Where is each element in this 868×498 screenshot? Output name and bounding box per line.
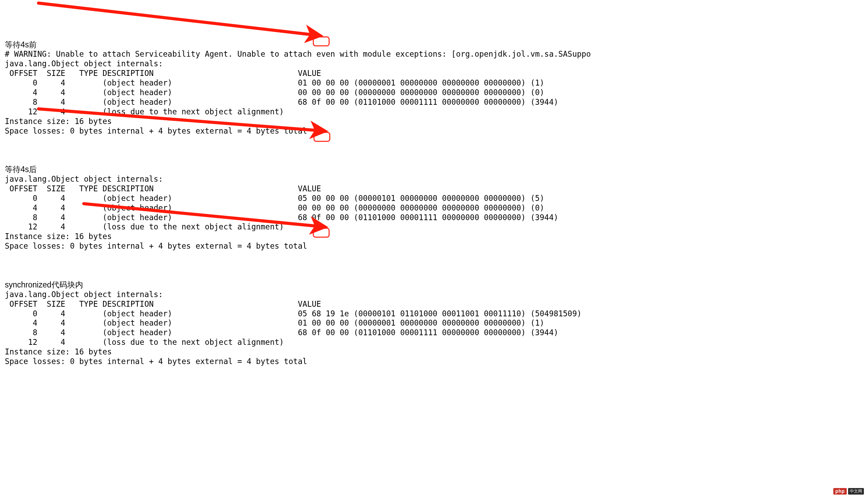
watermark-php: php	[833, 488, 847, 495]
table-header: OFFSET SIZE TYPE DESCRIPTION VALUE	[5, 184, 321, 193]
table-row: 0 4 (object header) 01 00 00 00 (0000000…	[5, 78, 544, 87]
blank-line	[5, 261, 863, 270]
section-title: 等待4s前	[5, 40, 37, 49]
table-row: 0 4 (object header) 05 68 19 1e (0000010…	[5, 309, 582, 318]
internals-line: java.lang.Object object internals:	[5, 59, 163, 68]
space-losses: Space losses: 0 bytes internal + 4 bytes…	[5, 357, 307, 366]
table-row: 12 4 (loss due to the next object alignm…	[5, 107, 284, 116]
output-section-1: 等待4s前 # WARNING: Unable to attach Servic…	[5, 40, 863, 136]
section-title: 等待4s后	[5, 165, 37, 174]
table-row: 12 4 (loss due to the next object alignm…	[5, 222, 284, 231]
table-row: 8 4 (object header) 68 0f 00 00 (0110100…	[5, 328, 558, 337]
arrow-annotation	[38, 3, 318, 35]
table-row: 4 4 (object header) 01 00 00 00 (0000000…	[5, 318, 544, 327]
internals-line: java.lang.Object object internals:	[5, 290, 163, 299]
watermark: php 中文网	[833, 488, 864, 495]
table-row: 8 4 (object header) 68 0f 00 00 (0110100…	[5, 213, 558, 222]
warning-line: # WARNING: Unable to attach Serviceabili…	[5, 49, 591, 58]
blank-line	[5, 145, 863, 155]
table-row: 0 4 (object header) 05 00 00 00 (0000010…	[5, 194, 544, 203]
table-header: OFFSET SIZE TYPE DESCRIPTION VALUE	[5, 299, 321, 308]
table-row: 12 4 (loss due to the next object alignm…	[5, 338, 284, 347]
space-losses: Space losses: 0 bytes internal + 4 bytes…	[5, 126, 307, 135]
table-row: 4 4 (object header) 00 00 00 00 (0000000…	[5, 88, 544, 97]
section-title: synchronized代码块内	[5, 280, 83, 289]
output-section-2: 等待4s后 java.lang.Object object internals:…	[5, 165, 863, 251]
instance-size: Instance size: 16 bytes	[5, 117, 112, 126]
instance-size: Instance size: 16 bytes	[5, 232, 112, 241]
internals-line: java.lang.Object object internals:	[5, 174, 163, 183]
space-losses: Space losses: 0 bytes internal + 4 bytes…	[5, 241, 307, 250]
instance-size: Instance size: 16 bytes	[5, 347, 112, 356]
table-header: OFFSET SIZE TYPE DESCRIPTION VALUE	[5, 69, 321, 78]
watermark-cn: 中文网	[848, 488, 864, 495]
table-row: 4 4 (object header) 00 00 00 00 (0000000…	[5, 203, 544, 212]
table-row: 8 4 (object header) 68 0f 00 00 (0110100…	[5, 98, 558, 106]
output-section-3: synchronized代码块内 java.lang.Object object…	[5, 280, 863, 366]
